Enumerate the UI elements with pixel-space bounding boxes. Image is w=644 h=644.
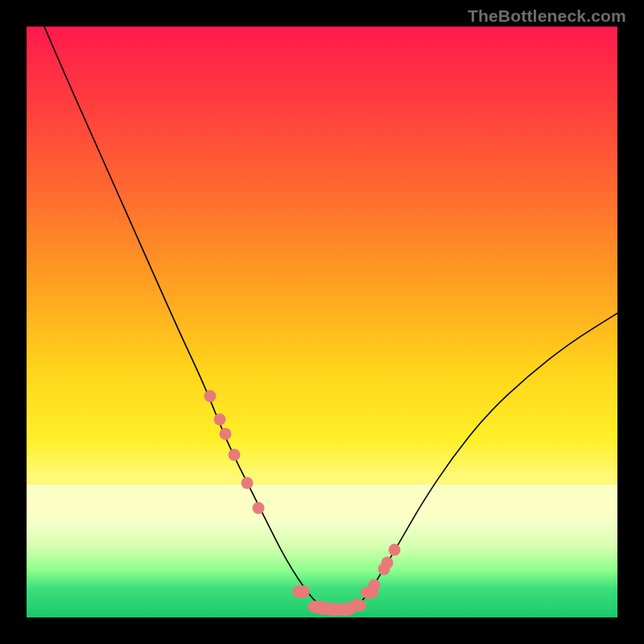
marker-layer: [27, 27, 617, 617]
chart-container: TheBottleneck.com: [0, 0, 644, 644]
curve-marker: [253, 502, 265, 514]
curve-marker: [369, 579, 381, 591]
watermark-text: TheBottleneck.com: [468, 6, 626, 26]
plot-area: [27, 27, 617, 617]
curve-marker: [241, 477, 253, 489]
curve-marker: [214, 414, 226, 426]
curve-marker: [388, 543, 400, 555]
curve-marker: [349, 599, 366, 612]
curve-marker: [292, 585, 310, 598]
curve-marker: [229, 449, 241, 461]
curve-marker: [381, 556, 393, 568]
curve-marker: [204, 390, 216, 402]
curve-marker: [220, 428, 232, 440]
